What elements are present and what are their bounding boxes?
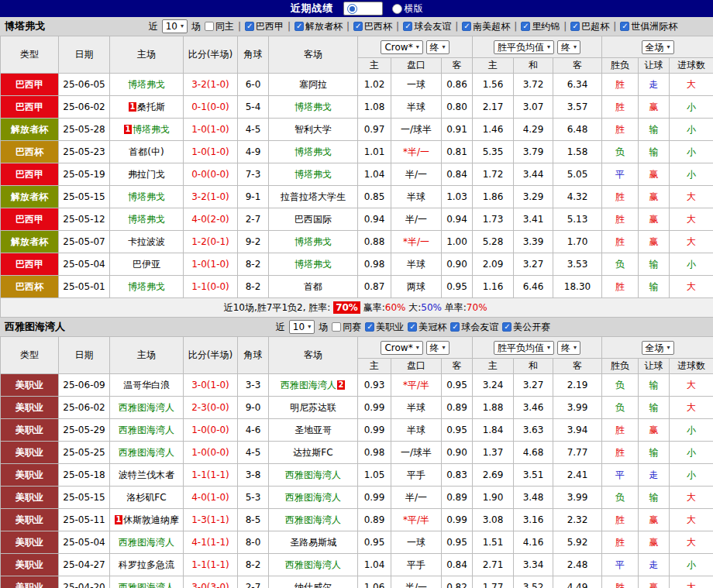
odds-company-select[interactable]: Crow*▾ [381, 341, 422, 355]
away-team[interactable]: 博塔弗戈 [269, 141, 358, 163]
result: 胜 [602, 531, 639, 554]
odds-time-select[interactable]: 终▾ [426, 40, 450, 54]
competition-badge: 解放者杯 [1, 119, 59, 141]
euro-time-select[interactable]: 终▾ [557, 40, 580, 54]
away-team[interactable]: 拉普拉塔大学生 [269, 186, 358, 208]
separator: | [346, 21, 350, 32]
corners: 6-0 [238, 74, 269, 96]
recent-count-select[interactable]: 10▾ [289, 320, 315, 334]
same-filter-checkbox[interactable]: 同赛 [332, 321, 361, 334]
rank-badge: 2 [337, 380, 345, 390]
competition-checkbox-label: 南美超杯 [473, 20, 510, 33]
recent-count-select[interactable]: 10▾ [162, 19, 188, 33]
goals-result: 大 [670, 231, 713, 253]
away-team[interactable]: 西雅图海湾人 [269, 509, 358, 531]
competition-checkbox[interactable]: 巴西甲 [245, 20, 284, 33]
away-team[interactable]: 纳什威尔 [269, 576, 358, 588]
home-team[interactable]: 首都(中) [110, 141, 184, 163]
away-team[interactable]: 博塔弗戈 [269, 253, 358, 276]
home-team[interactable]: 1桑托斯 [110, 96, 184, 119]
competition-checkbox[interactable]: 巴西杯 [353, 20, 392, 33]
away-team[interactable]: 西雅图海湾人 [269, 487, 358, 509]
ah-away-odds: 0.95 [442, 276, 473, 298]
scope-select[interactable]: 全场▾ [642, 341, 674, 355]
euro-draw-odds: 3.34 [514, 554, 553, 576]
result: 负 [602, 374, 639, 397]
euro-time-select[interactable]: 终▾ [557, 341, 580, 355]
sub-col-header: 盘口 [391, 58, 442, 74]
home-team[interactable]: 洛杉矶FC [110, 487, 184, 509]
dropdown-arrow-icon: ▾ [416, 342, 419, 353]
home-team[interactable]: 1休斯敦迪纳摩 [110, 509, 184, 531]
dropdown-arrow-icon: ▾ [574, 342, 577, 353]
matches-table: 类型日期主场比分(半场)角球客场Crow*▾ 终▾胜平负均值▾ 终▾全场▾主盘口… [0, 336, 713, 588]
home-team[interactable]: 博塔弗戈 [110, 186, 184, 208]
away-team[interactable]: 西雅图海湾人2 [269, 374, 358, 397]
layout-radio-horizontal[interactable]: 横版 [392, 2, 423, 15]
odds-time-select[interactable]: 终▾ [426, 341, 450, 355]
competition-checkbox[interactable]: 美公开赛 [502, 321, 550, 334]
scope-select[interactable]: 全场▾ [642, 40, 674, 54]
euro-draw-odds: 3.79 [514, 141, 553, 163]
home-team[interactable]: 博塔弗戈 [110, 74, 184, 96]
away-team[interactable]: 博塔弗戈 [269, 96, 358, 119]
sub-col-header: 和 [514, 359, 553, 374]
competition-checkbox[interactable]: 美冠杯 [408, 321, 446, 334]
away-team[interactable]: 明尼苏达联 [269, 397, 358, 419]
home-team[interactable]: 西雅图海湾人 [110, 531, 184, 554]
corners: 2-7 [238, 208, 269, 231]
team-name-text: 西雅图海湾人 [119, 447, 174, 458]
away-team[interactable]: 圣路易斯城 [269, 531, 358, 554]
home-team[interactable]: 弗拉门戈 [110, 163, 184, 186]
competition-checkbox[interactable]: 美职业 [365, 321, 404, 334]
ah-home-odds: 0.88 [358, 231, 391, 253]
away-team[interactable]: 巴西国际 [269, 208, 358, 231]
away-team[interactable]: 西雅图海湾人 [269, 464, 358, 487]
odds-company-select[interactable]: Crow*▾ [381, 40, 422, 54]
result: 胜 [602, 119, 639, 141]
away-team[interactable]: 塞阿拉 [269, 74, 358, 96]
away-team[interactable]: 首都 [269, 276, 358, 298]
competition-checkbox[interactable]: 南美超杯 [462, 20, 510, 33]
layout-radio-vertical[interactable]: 竖版 [343, 2, 383, 15]
euro-odds-select-value: 胜平负均值 [498, 342, 544, 353]
competition-checkbox[interactable]: 球会友谊 [450, 321, 498, 334]
home-team[interactable]: 西雅图海湾人 [110, 397, 184, 419]
home-team[interactable]: 西雅图海湾人 [110, 442, 184, 464]
euro-odds-select[interactable]: 胜平负均值▾ [494, 341, 554, 355]
euro-home-odds: 1.86 [473, 186, 514, 208]
match-row: 美职业25-05-111休斯敦迪纳摩1-3(1-1)8-5西雅图海湾人0.89*… [1, 509, 713, 531]
home-team[interactable]: 巴伊亚 [110, 253, 184, 276]
euro-away-odds: 2.41 [553, 464, 602, 487]
home-team[interactable]: 博塔弗戈 [110, 208, 184, 231]
away-team[interactable]: 西雅图海湾人 [269, 554, 358, 576]
away-team[interactable]: 智利大学 [269, 119, 358, 141]
competition-checkbox[interactable]: 世俱洲际杯 [620, 20, 677, 33]
radio-unselected-icon [392, 4, 402, 14]
corners: 8-0 [238, 531, 269, 554]
competition-checkbox[interactable]: 球会友谊 [403, 20, 451, 33]
same-filter-checkbox[interactable]: 同主 [205, 20, 234, 33]
home-team[interactable]: 1博塔弗戈 [110, 119, 184, 141]
home-team[interactable]: 卡拉波波 [110, 231, 184, 253]
home-team[interactable]: 波特兰伐木者 [110, 464, 184, 487]
match-date: 25-05-18 [59, 464, 110, 487]
competition-checkbox[interactable]: 里约锦 [521, 20, 560, 33]
away-team[interactable]: 博塔弗戈 [269, 163, 358, 186]
competition-checkbox-label: 巴西杯 [364, 20, 392, 33]
away-team[interactable]: 博塔弗戈 [269, 231, 358, 253]
handicap-result: 输 [639, 442, 670, 464]
competition-checkbox[interactable]: 解放者杯 [294, 20, 343, 33]
separator: | [613, 21, 616, 32]
euro-draw-odds: 3.52 [514, 576, 553, 588]
away-team[interactable]: 达拉斯FC [269, 442, 358, 464]
home-team[interactable]: 西雅图海湾人 [110, 576, 184, 588]
euro-away-odds: 18.30 [553, 276, 602, 298]
home-team[interactable]: 西雅图海湾人 [110, 419, 184, 442]
home-team[interactable]: 温哥华白浪 [110, 374, 184, 397]
home-team[interactable]: 科罗拉多急流 [110, 554, 184, 576]
home-team[interactable]: 博塔弗戈 [110, 276, 184, 298]
away-team[interactable]: 圣地亚哥 [269, 419, 358, 442]
euro-odds-select[interactable]: 胜平负均值▾ [494, 40, 554, 54]
competition-checkbox[interactable]: 巴超杯 [570, 20, 609, 33]
